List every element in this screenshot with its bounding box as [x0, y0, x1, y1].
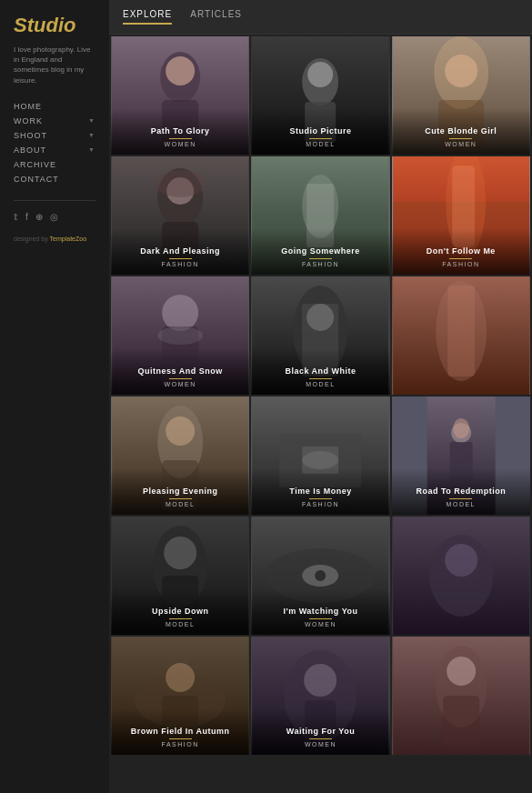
photo-title: Road To Redemption [399, 487, 523, 496]
divider [309, 378, 332, 379]
grid-item-watching-you[interactable]: I'm Watching You WOMEN [251, 517, 389, 635]
divider [14, 200, 95, 201]
photo-title: Pleasing Evening [118, 487, 242, 496]
svg-rect-70 [443, 696, 479, 746]
photo-title: Cute Blonde Girl [399, 126, 523, 136]
sidebar-item-contact[interactable]: CONTACT [14, 175, 95, 184]
photo-category: MODEL [118, 501, 242, 507]
top-nav: EXPLORE ARTICLES [109, 0, 532, 35]
chevron-icon: ▼ [88, 146, 95, 153]
grid-item-empty-1[interactable] [392, 517, 530, 635]
tab-articles[interactable]: ARTICLES [190, 9, 242, 25]
divider [309, 258, 332, 259]
photo-category: MODEL [258, 141, 382, 147]
photo-title: Dark And Pleasing [118, 246, 242, 256]
grid-item-dark-pleasing[interactable]: Dark And Pleasing FASHION [111, 156, 249, 275]
grid-item-brown-field[interactable]: Brown Field In Autumn FASHION [111, 637, 249, 755]
overlay: Road To Redemption MODEL [392, 468, 530, 515]
overlay: Black And White MODEL [251, 348, 389, 395]
photo-title: Brown Field In Autumn [118, 727, 242, 736]
grid-item-dont-follow[interactable]: Don't Follow me FASHION [392, 156, 530, 275]
divider [449, 258, 472, 259]
pinterest-icon[interactable]: ⊕ [35, 212, 43, 222]
chevron-icon: ▼ [88, 132, 95, 138]
grid-item-cute-blonde[interactable]: Cute Blonde Girl WOMEN [392, 36, 530, 155]
overlay: Cute Blonde Girl WOMEN [392, 108, 530, 155]
sidebar-item-home[interactable]: HOME [14, 102, 95, 111]
social-links: 𝕥 f ⊕ ◎ [14, 212, 95, 222]
photo-title: Going Somewhere [258, 246, 382, 256]
grid-item-path-to-glory[interactable]: Path To Glory WOMEN [111, 36, 249, 155]
grid-item-black-white[interactable]: Black And White MODEL [251, 276, 389, 395]
svg-point-10 [445, 55, 477, 87]
divider [169, 618, 192, 619]
twitter-icon[interactable]: 𝕥 [14, 212, 18, 222]
photo-title: Don't Follow me [399, 246, 523, 256]
sidebar: Studio I love photography. Live in Engla… [0, 0, 109, 793]
photo-category: WOMEN [118, 381, 242, 387]
main-content: EXPLORE ARTICLES Path To Glory WOMEN [109, 0, 532, 793]
photo-category: FASHION [258, 501, 382, 507]
divider [449, 138, 472, 139]
photo-category: FASHION [258, 261, 382, 267]
divider [309, 138, 332, 139]
svg-point-55 [315, 570, 326, 581]
svg-point-69 [447, 657, 476, 686]
sidebar-nav: HOME WORK ▼ SHOOT ▼ ABOUT ▼ ARCHIVE CONT… [14, 102, 95, 184]
tab-explore[interactable]: EXPLORE [123, 9, 172, 25]
grid-item-waiting-for-you[interactable]: Waiting For You WOMEN [251, 637, 389, 755]
photo-category: MODEL [118, 621, 242, 627]
sidebar-item-shoot[interactable]: SHOOT ▼ [14, 131, 95, 140]
overlay: Time Is Money FASHION [251, 468, 389, 515]
sidebar-item-about[interactable]: ABOUT ▼ [14, 146, 95, 155]
svg-point-26 [162, 295, 198, 331]
divider [309, 738, 332, 739]
svg-point-16 [155, 170, 206, 197]
svg-point-32 [306, 304, 334, 331]
grid-item-fashion[interactable] [392, 276, 530, 395]
site-logo[interactable]: Studio [14, 14, 95, 37]
divider [309, 498, 332, 499]
instagram-icon[interactable]: ◎ [50, 212, 58, 222]
grid-item-studio-picture[interactable]: Studio Picture MODEL [251, 36, 389, 155]
overlay: Dark And Pleasing FASHION [111, 228, 249, 275]
photo-grid: Path To Glory WOMEN Studio Picture MODEL [109, 35, 532, 757]
svg-point-43 [302, 451, 338, 469]
svg-point-47 [453, 418, 469, 438]
grid-item-time-money[interactable]: Time Is Money FASHION [251, 396, 389, 515]
svg-point-7 [307, 62, 333, 87]
grid-item-quitness-snow[interactable]: Quitness And Snow WOMEN [111, 276, 249, 395]
photo-title: Black And White [258, 366, 382, 376]
sidebar-item-archive[interactable]: ARCHIVE [14, 160, 95, 169]
grid-item-last-girl[interactable] [392, 637, 530, 755]
photo-category: WOMEN [118, 141, 242, 147]
grid-item-road-redemption[interactable]: Road To Redemption MODEL [392, 396, 530, 515]
overlay: Waiting For You WOMEN [251, 708, 389, 755]
sidebar-tagline: I love photography. Live in England and … [14, 45, 95, 85]
photo-title: Quitness And Snow [118, 366, 242, 376]
photo-title: Path To Glory [118, 126, 242, 136]
photo-category: WOMEN [258, 621, 382, 627]
svg-point-3 [166, 56, 195, 85]
photo-title: Waiting For You [258, 727, 382, 736]
overlay: Quitness And Snow WOMEN [111, 348, 249, 395]
grid-item-pleasing-evening[interactable]: Pleasing Evening MODEL [111, 396, 249, 515]
photo-category: WOMEN [258, 741, 382, 748]
overlay: Don't Follow me FASHION [392, 228, 530, 275]
photo-category: FASHION [399, 261, 523, 267]
grid-item-going-somewhere[interactable]: Going Somewhere FASHION [251, 156, 389, 275]
photo-title: Studio Picture [258, 126, 382, 136]
svg-point-50 [164, 537, 196, 569]
photo-title: I'm Watching You [258, 607, 382, 616]
sidebar-item-work[interactable]: WORK ▼ [14, 116, 95, 125]
grid-item-upside-down[interactable]: Upside Down MODEL [111, 517, 249, 635]
divider [169, 138, 192, 139]
svg-point-38 [166, 417, 195, 446]
overlay: Studio Picture MODEL [251, 108, 389, 155]
photo-category: MODEL [258, 381, 382, 387]
photo-title: Upside Down [118, 607, 242, 616]
photo-category: FASHION [118, 741, 242, 748]
overlay: Pleasing Evening MODEL [111, 468, 249, 515]
svg-point-58 [445, 544, 477, 577]
facebook-icon[interactable]: f [25, 212, 28, 222]
